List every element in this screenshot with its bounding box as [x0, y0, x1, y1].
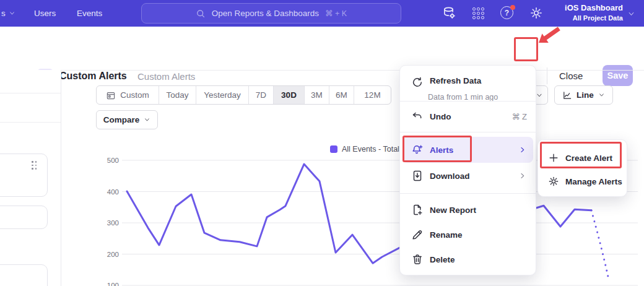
refresh-status: Data from 1 min ago — [428, 93, 498, 102]
bell-plus-icon — [411, 144, 424, 156]
project-selector[interactable]: iOS Dashboard All Project Data — [565, 2, 623, 22]
menu-item-alerts[interactable]: Alerts — [400, 137, 536, 163]
chevron-right-icon — [518, 171, 527, 180]
svg-text:100: 100 — [107, 282, 119, 286]
report-header: Custom Alerts Custom Alerts GV Duplicate… — [0, 27, 644, 70]
legend-swatch — [330, 145, 337, 153]
chevron-down-icon — [598, 92, 605, 98]
project-scope: All Project Data — [565, 14, 623, 22]
range-3m[interactable]: 3M — [304, 86, 329, 104]
nav-item-users[interactable]: Users — [34, 0, 56, 27]
date-range-control: Custom Today Yesterday 7D 30D 3M 6M 12M — [96, 85, 391, 105]
range-6m[interactable]: 6M — [329, 86, 354, 104]
submenu-item-manage-alerts[interactable]: Manage Alerts — [538, 169, 627, 194]
sidebar-divider — [0, 93, 61, 93]
notification-dot — [510, 5, 515, 10]
nav-item-events[interactable]: Events — [77, 0, 102, 27]
menu-item-undo[interactable]: Undo ⌘ Z — [400, 104, 536, 129]
line-chart-icon — [562, 90, 572, 100]
chevron-down-icon — [9, 10, 15, 17]
range-30d-selected[interactable]: 30D — [273, 86, 304, 104]
nav-item-partial[interactable]: s — [1, 0, 15, 27]
project-name: iOS Dashboard — [565, 2, 623, 14]
help-icon[interactable]: ? — [500, 6, 514, 20]
compare-button[interactable]: Compare — [96, 110, 158, 129]
left-sidebar — [0, 70, 61, 286]
new-report-icon — [411, 204, 424, 216]
svg-text:200: 200 — [107, 251, 119, 258]
sidebar-card[interactable] — [0, 264, 48, 286]
range-12m[interactable]: 12M — [354, 86, 391, 104]
undo-shortcut: ⌘ Z — [511, 112, 527, 121]
settings-gear-icon[interactable] — [529, 6, 543, 20]
alerts-submenu: Create Alert Manage Alerts — [537, 139, 627, 197]
search-input[interactable]: Open Reports & Dashboards ⌘ + K — [141, 3, 401, 24]
header-bottom-rule — [0, 70, 644, 71]
undo-icon — [411, 110, 424, 123]
apps-grid-icon[interactable] — [472, 7, 486, 21]
range-7d[interactable]: 7D — [248, 86, 273, 104]
search-placeholder: Open Reports & Dashboards — [212, 9, 319, 18]
chevron-down-icon — [144, 116, 150, 123]
svg-text:500: 500 — [107, 157, 119, 164]
menu-divider — [400, 193, 536, 194]
sidebar-divider — [0, 122, 61, 123]
drag-handle-icon[interactable] — [32, 161, 38, 170]
top-navigation-bar: s Users Events Open Reports & Dashboards… — [0, 0, 644, 27]
menu-item-download[interactable]: Download — [400, 163, 536, 189]
refresh-icon — [411, 76, 424, 89]
chart-type-button[interactable]: Line — [554, 85, 613, 105]
range-custom[interactable]: Custom — [97, 86, 159, 104]
chevron-down-icon[interactable] — [627, 10, 635, 18]
menu-item-refresh-data[interactable]: Refresh Data Data from 1 min ago — [400, 71, 536, 102]
svg-text:300: 300 — [107, 219, 119, 227]
search-shortcut: ⌘ + K — [325, 9, 347, 18]
trash-icon — [411, 253, 424, 266]
pencil-icon — [411, 228, 424, 241]
menu-item-rename[interactable]: Rename — [400, 222, 536, 248]
chevron-right-icon — [518, 145, 527, 154]
search-icon — [196, 9, 206, 19]
sidebar-card[interactable] — [0, 206, 48, 229]
plus-icon — [548, 152, 559, 163]
legend-label: All Events - Total — [342, 145, 399, 154]
sidebar-card[interactable] — [0, 154, 48, 197]
gear-icon — [548, 176, 559, 187]
more-actions-menu: Refresh Data Data from 1 min ago Undo ⌘ … — [399, 65, 536, 275]
database-gear-icon[interactable] — [442, 6, 456, 20]
menu-item-delete[interactable]: Delete — [400, 246, 536, 272]
menu-divider — [400, 101, 536, 102]
submenu-item-create-alert[interactable]: Create Alert — [538, 145, 627, 170]
menu-divider — [400, 132, 536, 132]
svg-text:400: 400 — [107, 188, 119, 196]
range-yesterday[interactable]: Yesterday — [196, 86, 248, 104]
chevron-down-icon — [536, 92, 543, 99]
chart-legend: All Events - Total — [330, 145, 399, 154]
menu-item-new-report[interactable]: New Report — [400, 197, 536, 223]
calendar-icon — [106, 90, 116, 100]
range-today[interactable]: Today — [159, 86, 196, 104]
download-icon — [411, 170, 424, 182]
